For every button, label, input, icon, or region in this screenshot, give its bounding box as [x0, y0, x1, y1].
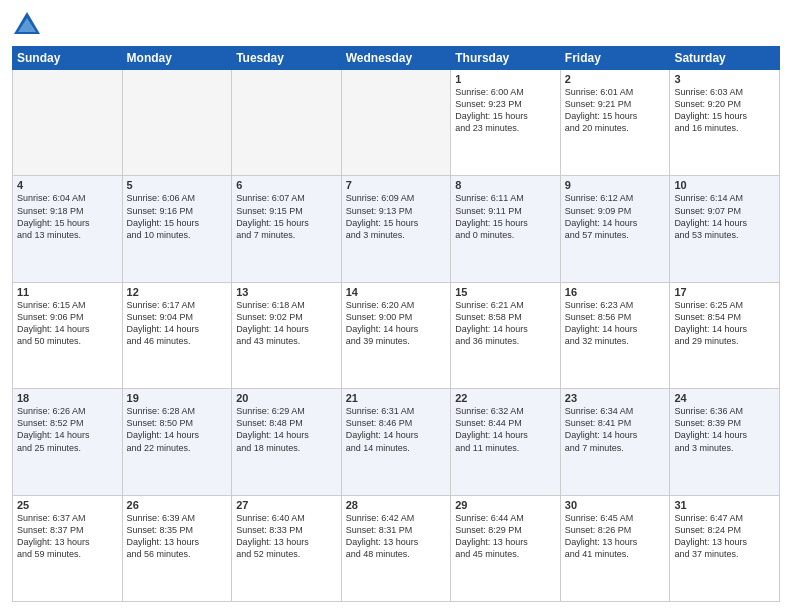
day-info: Sunrise: 6:28 AM: [127, 405, 228, 417]
day-info: and 7 minutes.: [236, 229, 337, 241]
day-info: Sunset: 8:56 PM: [565, 311, 666, 323]
day-info: and 59 minutes.: [17, 548, 118, 560]
day-info: Sunrise: 6:11 AM: [455, 192, 556, 204]
day-info: Sunset: 9:23 PM: [455, 98, 556, 110]
day-cell: 16Sunrise: 6:23 AMSunset: 8:56 PMDayligh…: [560, 282, 670, 388]
day-cell: 17Sunrise: 6:25 AMSunset: 8:54 PMDayligh…: [670, 282, 780, 388]
day-info: Daylight: 14 hours: [674, 323, 775, 335]
day-info: and 56 minutes.: [127, 548, 228, 560]
day-cell: 10Sunrise: 6:14 AMSunset: 9:07 PMDayligh…: [670, 176, 780, 282]
day-info: Sunset: 9:16 PM: [127, 205, 228, 217]
day-info: Sunset: 9:06 PM: [17, 311, 118, 323]
day-info: Daylight: 14 hours: [17, 429, 118, 441]
day-info: and 18 minutes.: [236, 442, 337, 454]
day-info: Sunset: 8:31 PM: [346, 524, 447, 536]
day-info: and 22 minutes.: [127, 442, 228, 454]
day-info: Sunset: 8:48 PM: [236, 417, 337, 429]
day-number: 6: [236, 179, 337, 191]
day-cell: 23Sunrise: 6:34 AMSunset: 8:41 PMDayligh…: [560, 389, 670, 495]
day-cell: 25Sunrise: 6:37 AMSunset: 8:37 PMDayligh…: [13, 495, 123, 601]
day-cell: 19Sunrise: 6:28 AMSunset: 8:50 PMDayligh…: [122, 389, 232, 495]
day-info: Sunrise: 6:18 AM: [236, 299, 337, 311]
day-cell: 9Sunrise: 6:12 AMSunset: 9:09 PMDaylight…: [560, 176, 670, 282]
header-cell-monday: Monday: [122, 47, 232, 70]
day-info: Daylight: 14 hours: [127, 323, 228, 335]
day-cell: 18Sunrise: 6:26 AMSunset: 8:52 PMDayligh…: [13, 389, 123, 495]
day-info: Daylight: 14 hours: [674, 217, 775, 229]
day-info: Daylight: 13 hours: [455, 536, 556, 548]
day-cell: 27Sunrise: 6:40 AMSunset: 8:33 PMDayligh…: [232, 495, 342, 601]
day-info: and 7 minutes.: [565, 442, 666, 454]
day-number: 26: [127, 499, 228, 511]
day-cell: 1Sunrise: 6:00 AMSunset: 9:23 PMDaylight…: [451, 70, 561, 176]
day-info: Daylight: 13 hours: [236, 536, 337, 548]
day-number: 2: [565, 73, 666, 85]
day-info: Daylight: 15 hours: [674, 110, 775, 122]
header-cell-sunday: Sunday: [13, 47, 123, 70]
day-cell: 20Sunrise: 6:29 AMSunset: 8:48 PMDayligh…: [232, 389, 342, 495]
day-cell: [341, 70, 451, 176]
day-info: and 41 minutes.: [565, 548, 666, 560]
day-number: 27: [236, 499, 337, 511]
day-info: Sunset: 9:21 PM: [565, 98, 666, 110]
day-info: Sunrise: 6:29 AM: [236, 405, 337, 417]
day-number: 14: [346, 286, 447, 298]
day-info: Sunset: 8:24 PM: [674, 524, 775, 536]
day-cell: 7Sunrise: 6:09 AMSunset: 9:13 PMDaylight…: [341, 176, 451, 282]
day-info: Sunset: 8:39 PM: [674, 417, 775, 429]
day-info: Sunset: 9:20 PM: [674, 98, 775, 110]
day-info: and 16 minutes.: [674, 122, 775, 134]
day-info: Sunrise: 6:25 AM: [674, 299, 775, 311]
day-cell: 26Sunrise: 6:39 AMSunset: 8:35 PMDayligh…: [122, 495, 232, 601]
day-number: 3: [674, 73, 775, 85]
day-info: Sunrise: 6:04 AM: [17, 192, 118, 204]
day-number: 5: [127, 179, 228, 191]
day-cell: 4Sunrise: 6:04 AMSunset: 9:18 PMDaylight…: [13, 176, 123, 282]
day-number: 28: [346, 499, 447, 511]
day-number: 10: [674, 179, 775, 191]
day-info: Sunset: 9:09 PM: [565, 205, 666, 217]
day-cell: 6Sunrise: 6:07 AMSunset: 9:15 PMDaylight…: [232, 176, 342, 282]
day-number: 13: [236, 286, 337, 298]
day-info: and 45 minutes.: [455, 548, 556, 560]
day-info: and 32 minutes.: [565, 335, 666, 347]
day-number: 19: [127, 392, 228, 404]
day-number: 30: [565, 499, 666, 511]
day-info: Sunset: 8:33 PM: [236, 524, 337, 536]
day-info: Daylight: 15 hours: [455, 110, 556, 122]
day-cell: 3Sunrise: 6:03 AMSunset: 9:20 PMDaylight…: [670, 70, 780, 176]
day-info: Sunrise: 6:00 AM: [455, 86, 556, 98]
day-info: Daylight: 13 hours: [565, 536, 666, 548]
day-info: and 25 minutes.: [17, 442, 118, 454]
day-info: Daylight: 15 hours: [17, 217, 118, 229]
day-info: and 29 minutes.: [674, 335, 775, 347]
day-number: 7: [346, 179, 447, 191]
day-info: and 46 minutes.: [127, 335, 228, 347]
day-info: Daylight: 14 hours: [565, 429, 666, 441]
day-cell: 12Sunrise: 6:17 AMSunset: 9:04 PMDayligh…: [122, 282, 232, 388]
day-cell: 29Sunrise: 6:44 AMSunset: 8:29 PMDayligh…: [451, 495, 561, 601]
day-info: Sunrise: 6:03 AM: [674, 86, 775, 98]
day-info: Sunrise: 6:20 AM: [346, 299, 447, 311]
day-info: Sunrise: 6:07 AM: [236, 192, 337, 204]
header-cell-thursday: Thursday: [451, 47, 561, 70]
day-info: Sunset: 8:50 PM: [127, 417, 228, 429]
day-info: and 48 minutes.: [346, 548, 447, 560]
logo-icon: [12, 10, 42, 40]
day-number: 4: [17, 179, 118, 191]
day-info: Sunset: 8:26 PM: [565, 524, 666, 536]
day-cell: 5Sunrise: 6:06 AMSunset: 9:16 PMDaylight…: [122, 176, 232, 282]
day-info: Sunset: 9:02 PM: [236, 311, 337, 323]
day-cell: 28Sunrise: 6:42 AMSunset: 8:31 PMDayligh…: [341, 495, 451, 601]
day-info: Sunset: 9:13 PM: [346, 205, 447, 217]
day-info: Sunrise: 6:15 AM: [17, 299, 118, 311]
day-info: Sunrise: 6:40 AM: [236, 512, 337, 524]
day-info: Sunset: 9:00 PM: [346, 311, 447, 323]
day-info: Sunrise: 6:01 AM: [565, 86, 666, 98]
day-info: Sunrise: 6:23 AM: [565, 299, 666, 311]
day-info: Daylight: 14 hours: [346, 429, 447, 441]
day-number: 15: [455, 286, 556, 298]
day-info: Sunrise: 6:34 AM: [565, 405, 666, 417]
day-info: Sunrise: 6:45 AM: [565, 512, 666, 524]
day-number: 20: [236, 392, 337, 404]
